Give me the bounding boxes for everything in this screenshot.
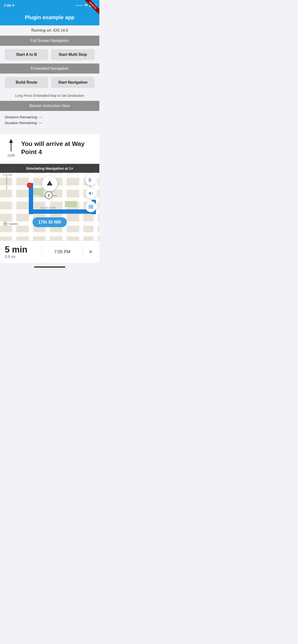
- map-container[interactable]: Corcoran St NW Church St NW 165t... New …: [0, 164, 99, 240]
- volume-button[interactable]: [85, 188, 96, 199]
- home-indicator: [0, 263, 99, 271]
- instruction-panel: 200ft You will arrive at Way Point 4: [0, 134, 99, 164]
- instruction-icon-area: 200ft: [5, 139, 17, 158]
- app-title: Plugin example app: [25, 14, 75, 20]
- eta-distance: 0.9 mi: [5, 255, 38, 259]
- svg-rect-11: [79, 164, 83, 240]
- start-a-to-b-button[interactable]: Start A to B: [5, 49, 48, 60]
- banner-instruction: Banner Instruction Here: [0, 101, 99, 111]
- embedded-nav-header: Embedded Navigation: [0, 64, 99, 74]
- status-time: 7:00: [4, 3, 11, 8]
- build-route-button[interactable]: Build Route: [5, 77, 48, 88]
- distance-remaining: Distance Remaining: ---: [5, 114, 95, 120]
- bottom-nav: 5 min 0.9 mi 7:05 PM ×: [0, 240, 99, 263]
- eta-time: 5 min: [5, 244, 38, 255]
- mapbox-logo: M mapbox: [3, 222, 18, 226]
- hint-text: Long Press Embedded Map to Set Destinati…: [0, 91, 99, 101]
- volume-icon: [88, 191, 94, 196]
- map-side-buttons: [85, 174, 96, 212]
- home-bar: [34, 266, 65, 268]
- svg-rect-25: [89, 181, 91, 182]
- location-icon: ➤: [12, 4, 15, 7]
- map-destination-pin: [27, 182, 32, 188]
- running-on: Running on: iOS 14.0: [0, 26, 99, 36]
- close-nav-button[interactable]: ×: [87, 247, 95, 256]
- straight-arrow-icon: [9, 139, 14, 152]
- start-navigation-button[interactable]: Start Navigation: [51, 77, 95, 88]
- start-multi-stop-button[interactable]: Start Multi Stop: [51, 49, 95, 60]
- embedded-button-row: Build Route Start Navigation: [0, 74, 99, 91]
- stats-section: Distance Remaining: --- Duration Remaini…: [0, 111, 99, 130]
- recenter-icon: [88, 178, 94, 182]
- bottom-nav-divider: [42, 246, 42, 258]
- svg-rect-27: [89, 206, 93, 207]
- svg-text:New Hampshi...: New Hampshi...: [5, 174, 8, 190]
- instruction-distance: 200ft: [7, 153, 15, 158]
- svg-text:R St NW: R St NW: [3, 174, 12, 176]
- svg-rect-9: [46, 164, 50, 240]
- full-screen-header: Full Screen Navigation: [0, 36, 99, 46]
- mapbox-text: mapbox: [9, 222, 18, 225]
- svg-rect-14: [65, 201, 77, 207]
- recenter-button[interactable]: [42, 176, 57, 191]
- svg-text:Church St NW: Church St NW: [40, 206, 56, 209]
- svg-rect-24: [89, 180, 92, 180]
- map-background: Corcoran St NW Church St NW 165t... New …: [0, 164, 99, 240]
- bottom-nav-left: 5 min 0.9 mi: [5, 244, 38, 259]
- street-label-pill: 17th St NW: [32, 217, 67, 227]
- svg-rect-23: [89, 178, 90, 179]
- debug-badge: DEBUG: [83, 0, 99, 15]
- waypoint-circle: 2: [45, 192, 53, 199]
- svg-rect-28: [89, 208, 93, 208]
- arrival-time: 7:05 PM: [46, 250, 79, 254]
- nav-arrow-icon: [47, 181, 53, 186]
- full-screen-button-row: Start A to B Start Multi Stop: [0, 46, 99, 64]
- list-button[interactable]: [85, 201, 96, 212]
- bottom-nav-divider-2: [83, 246, 83, 258]
- duration-remaining: Duration Remaining: ---: [5, 120, 95, 126]
- svg-rect-26: [89, 205, 93, 206]
- mapbox-icon: M: [3, 222, 8, 226]
- instruction-message: You will arrive at Way Point 4: [21, 139, 95, 156]
- list-icon: [88, 204, 94, 209]
- distance-unit: ft: [13, 154, 15, 158]
- simulating-banner: Simulating Navigation at 1×: [0, 164, 99, 173]
- svg-rect-7: [12, 164, 16, 240]
- recenter-map-button[interactable]: [85, 174, 96, 186]
